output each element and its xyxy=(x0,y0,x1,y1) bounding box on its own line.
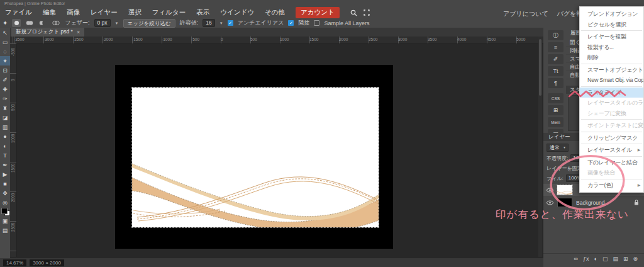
tool-options-bar: ✦ フェザー: 0 px ▼ エッジを絞り込む 許容値: 16 ▼ ✓ アンチエ… xyxy=(3,18,369,28)
new-folder-icon[interactable]: ▤ xyxy=(613,256,618,262)
menu-file[interactable]: ファイル xyxy=(5,8,32,17)
document-canvas[interactable] xyxy=(132,88,379,227)
menu-window[interactable]: ウインドウ xyxy=(220,8,254,17)
zoom-level[interactable]: 14.67% xyxy=(3,259,26,266)
blur-tool[interactable]: ● xyxy=(0,132,10,141)
menu-item-convert-to-shape[interactable]: シェープに変換 xyxy=(580,108,643,119)
ruler-label: -3000 xyxy=(43,37,54,42)
brush-tool[interactable]: ✑ xyxy=(0,94,10,103)
feather-input[interactable]: 0 px xyxy=(94,19,111,27)
tolerance-caret-icon[interactable]: ▼ xyxy=(219,21,223,25)
vertical-ruler: -500 0 500 1000 1500 2000 2500 xyxy=(10,43,17,257)
gradient-tool[interactable]: ▥ xyxy=(0,122,10,132)
ruler-label: 500 xyxy=(11,104,15,111)
submenu-arrow-icon: ▶ xyxy=(638,145,640,156)
foreground-color-swatch[interactable] xyxy=(1,208,8,214)
color-swatches[interactable] xyxy=(0,207,10,216)
wave-artwork xyxy=(132,88,379,227)
adjustment-layer-icon[interactable]: ◐ xyxy=(594,256,597,262)
close-tab-icon[interactable]: × xyxy=(77,29,80,35)
menu-more[interactable]: その他 xyxy=(265,8,285,17)
link-layers-icon[interactable]: ∞ xyxy=(574,256,578,262)
quick-mask-button[interactable]: ▣ xyxy=(0,216,10,225)
annotation-squiggle xyxy=(567,88,628,99)
zoom-tool[interactable]: ◎ xyxy=(0,198,10,207)
dodge-burn-tool[interactable]: ◐ xyxy=(0,141,10,151)
horizontal-ruler: -3500 -3000 -2500 -2000 -1500 -1000 -500… xyxy=(10,37,543,44)
feather-label: フェザー: xyxy=(65,19,89,27)
menu-item-duplicate-into[interactable]: 複製する... xyxy=(580,42,643,53)
sample-all-layers-label: Sample All Layers xyxy=(324,20,369,26)
character-panel-icon[interactable]: Tt xyxy=(548,66,564,76)
menu-item-new-smart-object-via-copy[interactable]: New Smart Obj. via Copy xyxy=(580,75,643,86)
menu-layer[interactable]: レイヤー xyxy=(91,8,118,17)
hand-tool[interactable]: ✥ xyxy=(0,188,10,198)
menu-image[interactable]: 画像 xyxy=(67,8,80,17)
shape-tool[interactable]: ■ xyxy=(0,179,10,188)
eraser-tool[interactable]: ◪ xyxy=(0,113,10,122)
add-selection-mode-icon[interactable] xyxy=(25,19,34,27)
menu-item-duplicate-layer[interactable]: レイヤーを複製 xyxy=(580,31,643,42)
eyedropper-tool[interactable]: ✐ xyxy=(0,75,10,84)
path-select-tool[interactable]: ▶ xyxy=(0,169,10,179)
fullscreen-icon[interactable] xyxy=(364,9,370,16)
healing-tool[interactable]: ✚ xyxy=(0,84,10,94)
ruler-label: 2000 xyxy=(339,37,348,42)
menu-item-delete[interactable]: 削除 xyxy=(580,52,643,63)
ruler-label: 0 xyxy=(11,79,15,81)
lasso-tool[interactable]: ◌ xyxy=(0,47,10,56)
scrollbar-thumb[interactable] xyxy=(539,39,541,96)
clone-stamp-tool[interactable]: ♜ xyxy=(0,103,10,113)
css-panel-icon[interactable]: CSS xyxy=(548,93,564,103)
menu-item-convert-to-smart-object[interactable]: スマートオブジェクトへの変換 xyxy=(580,65,643,76)
layer-effects-icon[interactable]: ƒx xyxy=(583,256,589,262)
ruler-label: -3500 xyxy=(14,37,25,42)
artboard[interactable] xyxy=(115,65,393,249)
screen-mode-button[interactable]: ▤ xyxy=(0,225,10,235)
contiguous-checkbox[interactable]: ✓ xyxy=(288,20,294,26)
menu-filter[interactable]: フィルター xyxy=(152,8,186,17)
account-button[interactable]: アカウント xyxy=(296,7,340,18)
menu-item-select-pixels[interactable]: ピクセルを選択 xyxy=(580,20,643,30)
info-panel-icon[interactable]: ⓘ xyxy=(548,30,564,40)
ruler-label: -500 xyxy=(191,37,199,42)
brush-panel-icon[interactable]: ✐ xyxy=(548,54,564,64)
memory-panel-icon[interactable]: Mem xyxy=(548,117,564,127)
type-tool[interactable]: T xyxy=(0,151,10,160)
canvas-scrollbar[interactable] xyxy=(538,37,542,257)
menu-item-clipping-mask[interactable]: クリッピングマスク xyxy=(580,133,643,144)
search-icon[interactable] xyxy=(350,9,357,16)
marquee-select-tool[interactable]: ▭ xyxy=(0,37,10,47)
layout-panel-icon[interactable]: ⊞ xyxy=(548,105,564,115)
paragraph-panel-icon[interactable]: ¶ xyxy=(548,78,564,88)
intersect-selection-mode-icon[interactable] xyxy=(52,19,60,27)
blend-mode-dropdown[interactable]: 通常▾ xyxy=(547,144,569,152)
menu-select[interactable]: 選択 xyxy=(128,8,142,17)
delete-layer-icon[interactable]: ⊗ xyxy=(633,256,638,262)
menu-item-rasterize-layer-style[interactable]: レイヤースタイルのラスタライズ xyxy=(580,98,643,108)
document-tab-bar: 新規プロジェクト.psd * × xyxy=(10,28,543,37)
menu-bar: ファイル 編集 画像 レイヤー 選択 フィルター 表示 ウインドウ その他 アカ… xyxy=(5,8,370,18)
sample-all-layers-checkbox[interactable] xyxy=(314,20,319,26)
menu-item-blending-options[interactable]: ブレンドオプション xyxy=(580,9,643,20)
magic-wand-tool[interactable]: ✦ xyxy=(0,56,10,65)
ruler-label: 1500 xyxy=(309,37,318,42)
layer-mask-icon[interactable]: ▢ xyxy=(602,256,608,262)
refine-edge-button[interactable]: エッジを絞り込む xyxy=(123,19,175,28)
menu-view[interactable]: 表示 xyxy=(196,8,209,17)
ruler-label: -1000 xyxy=(162,37,172,42)
about-link[interactable]: アプリについて xyxy=(503,9,548,18)
feather-caret-icon[interactable]: ▼ xyxy=(115,21,119,25)
properties-panel-icon[interactable]: ≡ xyxy=(548,42,564,52)
crop-tool[interactable]: ⊡ xyxy=(0,65,10,75)
new-selection-mode-icon[interactable] xyxy=(12,19,21,27)
menu-edit[interactable]: 編集 xyxy=(43,8,56,17)
tolerance-input[interactable]: 16 xyxy=(203,19,214,27)
antialias-checkbox[interactable]: ✓ xyxy=(228,20,233,26)
document-tab[interactable]: 新規プロジェクト.psd * × xyxy=(11,28,84,37)
new-layer-icon[interactable]: ⊞ xyxy=(623,256,628,262)
menu-item-convert-to-point-text[interactable]: ポイントテキストに変換 xyxy=(580,120,643,131)
subtract-selection-mode-icon[interactable] xyxy=(38,19,47,27)
move-tool[interactable]: ↖ xyxy=(0,28,10,37)
pen-tool[interactable]: ✒ xyxy=(0,160,10,169)
